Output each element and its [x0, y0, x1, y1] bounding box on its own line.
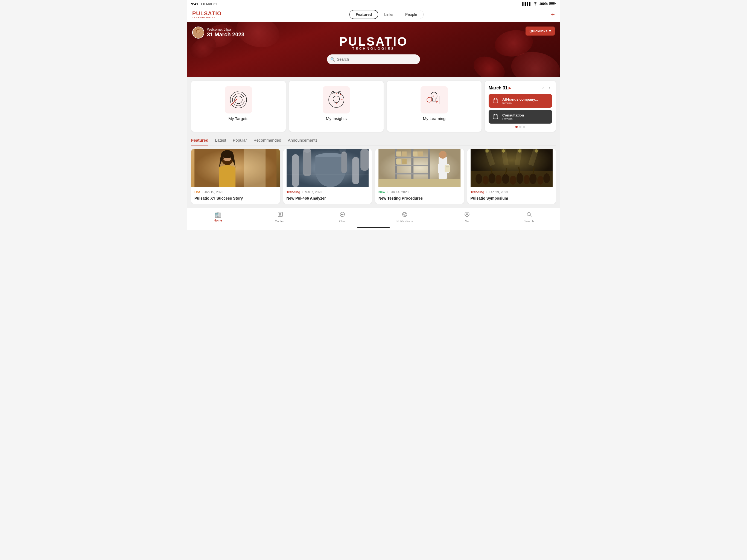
nav-me[interactable]: Me — [436, 210, 498, 224]
quick-card-insights[interactable]: My Insights — [289, 81, 384, 132]
svg-point-104 — [502, 149, 505, 153]
svg-point-15 — [329, 92, 344, 107]
tab-links[interactable]: Links — [378, 10, 399, 19]
svg-point-90 — [489, 173, 495, 183]
news-card-3[interactable]: New • Jan 14, 2023 New Testing Procedure… — [375, 149, 464, 204]
learning-label: My Learning — [423, 116, 446, 121]
svg-point-6 — [196, 29, 200, 33]
quick-cards-row: My Targets — [191, 81, 556, 132]
chat-label: Chat — [339, 220, 345, 223]
svg-point-96 — [530, 174, 537, 184]
calendar-arrow-icon: ▶ — [509, 86, 511, 90]
card1-date: Jan 15, 2023 — [204, 190, 223, 194]
quick-card-learning[interactable]: My Learning — [387, 81, 482, 132]
news-cards-row: Hot • Jan 15, 2023 Pulsatio XY Success S… — [191, 149, 556, 204]
card4-date: Feb 29, 2023 — [489, 190, 508, 194]
card3-dot: • — [387, 190, 388, 194]
header-tabs: Featured Links People — [349, 10, 423, 19]
card2-title: New Pul-466 Analyzer — [287, 196, 369, 201]
tab-content-latest[interactable]: Latest — [215, 136, 226, 146]
news-card-1[interactable]: Hot • Jan 15, 2023 Pulsatio XY Success S… — [191, 149, 280, 204]
tab-content-announcements[interactable]: Announcements — [288, 136, 317, 146]
nav-content[interactable]: Content — [249, 210, 311, 224]
svg-rect-52 — [352, 157, 359, 184]
hero-title-main: PULSATIO — [339, 35, 408, 48]
allhands-info: All-hands company... Internal — [502, 97, 538, 105]
calendar-event-consultation[interactable]: Consultation External — [489, 110, 552, 124]
dot-1 — [515, 126, 518, 128]
news-card-4[interactable]: Trending • Feb 29, 2023 Pulsatio Symposi… — [467, 149, 556, 204]
svg-point-95 — [524, 175, 530, 184]
svg-rect-2 — [555, 3, 556, 4]
logo-sub: TECHNOLOGIES — [192, 17, 222, 19]
card3-title: New Testing Procedures — [379, 196, 461, 201]
card4-meta: Trending • Feb 29, 2023 — [470, 190, 553, 194]
card2-dot: • — [302, 190, 303, 194]
nav-notifications[interactable]: Notifications — [374, 210, 436, 224]
card1-tag: Hot — [195, 190, 200, 194]
allhands-title: All-hands company... — [502, 97, 538, 101]
home-icon: 🏢 — [214, 211, 221, 218]
svg-rect-65 — [411, 157, 428, 158]
card2-tag: Trending — [287, 190, 301, 194]
quicklinks-button[interactable]: Quicklinks ▾ — [525, 27, 555, 35]
svg-rect-61 — [428, 149, 430, 179]
svg-rect-64 — [395, 173, 411, 175]
signal-icon: ▌▌▌▌ — [522, 2, 532, 6]
learning-icon — [420, 86, 448, 113]
content-tabs: Featured Latest Popular Recommended Anno… — [191, 136, 556, 146]
svg-rect-78 — [445, 165, 450, 172]
card1-body: Hot • Jan 15, 2023 Pulsatio XY Success S… — [191, 187, 280, 204]
tab-people[interactable]: People — [399, 10, 423, 19]
card1-meta: Hot • Jan 15, 2023 — [195, 190, 277, 194]
tab-content-recommended[interactable]: Recommended — [254, 136, 281, 146]
svg-line-122 — [530, 215, 532, 217]
svg-rect-72 — [413, 152, 417, 156]
quicklinks-label: Quicklinks — [530, 29, 547, 33]
notifications-label: Notifications — [396, 220, 413, 223]
card4-tag: Trending — [470, 190, 485, 194]
consultation-subtitle: External — [502, 117, 524, 121]
svg-rect-53 — [360, 149, 368, 171]
status-right: ▌▌▌▌ 100% — [522, 2, 556, 6]
tab-content-popular[interactable]: Popular — [233, 136, 247, 146]
svg-rect-62 — [395, 157, 411, 158]
hero-search-container: 🔍 — [327, 54, 420, 64]
add-button[interactable]: + — [551, 11, 555, 18]
svg-rect-70 — [396, 159, 401, 164]
card4-body: Trending • Feb 29, 2023 Pulsatio Symposi… — [467, 187, 556, 204]
svg-point-94 — [516, 173, 523, 184]
quick-card-targets[interactable]: My Targets — [191, 81, 286, 132]
news-card-2[interactable]: Trending • Mar 7, 2023 New Pul-466 Analy… — [283, 149, 372, 204]
status-day: Fri Mar 31 — [201, 2, 217, 6]
calendar-dots — [489, 126, 552, 128]
svg-point-25 — [427, 97, 432, 102]
card3-tag: New — [379, 190, 385, 194]
svg-rect-73 — [418, 152, 423, 156]
battery-icon — [549, 2, 556, 6]
svg-point-120 — [466, 213, 468, 215]
svg-point-92 — [502, 174, 509, 184]
calendar-prev-btn[interactable]: ‹ — [541, 84, 545, 91]
card3-image — [375, 149, 464, 187]
svg-rect-66 — [411, 165, 428, 166]
logo-main: PULSATIO — [192, 10, 222, 17]
allhands-subtitle: Internal — [502, 101, 538, 105]
nav-home[interactable]: 🏢 Home — [187, 210, 249, 224]
calendar-nav: ‹ › — [541, 84, 552, 91]
tab-featured[interactable]: Featured — [349, 10, 379, 19]
svg-point-75 — [439, 151, 446, 159]
calendar-event-allhands[interactable]: All-hands company... Internal — [489, 94, 552, 108]
tab-content-featured[interactable]: Featured — [191, 136, 208, 146]
hero-search-input[interactable] — [327, 54, 420, 64]
calendar-next-btn[interactable]: › — [547, 84, 552, 91]
nav-chat[interactable]: Chat — [311, 210, 374, 224]
insights-label: My Insights — [326, 116, 347, 121]
card2-image — [283, 149, 372, 187]
svg-rect-36 — [493, 115, 498, 119]
svg-rect-68 — [396, 152, 401, 156]
nav-search[interactable]: Search — [498, 210, 560, 224]
svg-point-106 — [535, 149, 538, 153]
card2-date: Mar 7, 2023 — [305, 190, 322, 194]
card3-body: New • Jan 14, 2023 New Testing Procedure… — [375, 187, 464, 204]
